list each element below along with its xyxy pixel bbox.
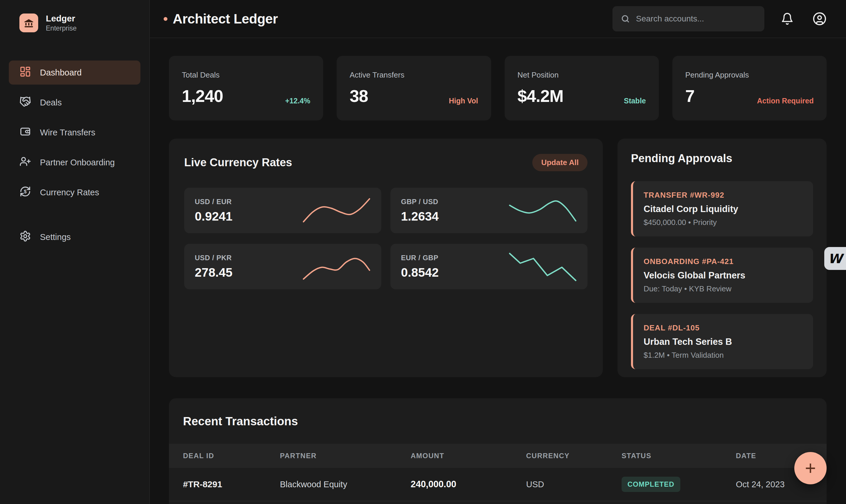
pending-approvals-panel: Pending Approvals TRANSFER #WR-992 Citad…	[617, 139, 827, 377]
sparkline-chart	[510, 252, 576, 281]
stat-badge: Action Required	[757, 97, 814, 105]
title-dot	[164, 17, 167, 21]
brand-text: Ledger Enterprise	[46, 14, 77, 32]
sidebar-item-label: Settings	[40, 232, 71, 242]
transactions-title: Recent Transactions	[169, 415, 827, 428]
approval-meta: Due: Today • KYB Review	[644, 284, 803, 293]
rate-pair: USD / EUR	[195, 198, 232, 206]
search-input[interactable]	[636, 14, 756, 23]
sidebar-item-deals[interactable]: Deals	[9, 90, 140, 114]
sidebar-item-wire-transfers[interactable]: Wire Transfers	[9, 121, 140, 144]
column-header-status: STATUS	[622, 452, 736, 460]
main-area: Architect Ledger Total Deals 1,24	[150, 0, 846, 504]
sidebar-item-label: Currency Rates	[40, 188, 99, 197]
stat-label: Net Position	[518, 71, 646, 79]
stat-card-net-position: Net Position $4.2M Stable	[505, 56, 659, 121]
stat-label: Pending Approvals	[685, 71, 814, 79]
rate-card-usd-pkr: USD / PKR 278.45	[184, 244, 381, 289]
currency-rates-panel: Live Currency Rates Update All USD / EUR…	[169, 139, 603, 377]
approval-tag: ONBOARDING #PA-421	[644, 257, 803, 266]
column-header-deal-id: DEAL ID	[183, 452, 280, 460]
approval-card-transfer[interactable]: TRANSFER #WR-992 Citadel Corp Liquidity …	[631, 181, 813, 236]
dashboard-icon	[19, 66, 31, 79]
side-widget-tab[interactable]: W	[824, 247, 846, 270]
search-icon	[621, 14, 630, 23]
column-header-amount: AMOUNT	[411, 452, 526, 460]
sidebar-item-label: Deals	[40, 98, 62, 108]
cell-amount: 240,000.00	[411, 479, 526, 490]
profile-button[interactable]	[812, 12, 827, 26]
content: Total Deals 1,240 +12.4% Active Transfer…	[150, 38, 846, 504]
update-all-button[interactable]: Update All	[532, 154, 588, 171]
add-button[interactable]: +	[794, 452, 827, 484]
svg-text:$: $	[24, 188, 27, 194]
sidebar-item-label: Dashboard	[40, 68, 82, 77]
stat-badge: Stable	[624, 97, 646, 105]
stat-card-total-deals: Total Deals 1,240 +12.4%	[169, 56, 323, 121]
sparkline-chart	[303, 196, 370, 225]
stat-badge: High Vol	[449, 97, 478, 105]
sidebar-nav: Dashboard Deals Wire Transfers Partner O…	[9, 60, 140, 249]
wallet-icon	[19, 126, 31, 140]
transactions-header-row: DEAL ID PARTNER AMOUNT CURRENCY STATUS D…	[169, 444, 827, 468]
currency-panel-header: Live Currency Rates Update All	[184, 154, 588, 171]
sparkline-chart	[510, 196, 576, 225]
notifications-button[interactable]	[781, 12, 794, 25]
bank-icon	[19, 14, 38, 32]
approval-tag: DEAL #DL-105	[644, 323, 803, 332]
approval-name: Urban Tech Series B	[644, 337, 803, 347]
sidebar-item-dashboard[interactable]: Dashboard	[9, 60, 140, 85]
cell-partner: Blackwood Equity	[280, 480, 411, 489]
rate-text: GBP / USD 1.2634	[401, 198, 438, 223]
approval-name: Velocis Global Partners	[644, 270, 803, 281]
rate-value: 0.9241	[195, 210, 232, 223]
currency-panel-title: Live Currency Rates	[184, 156, 292, 169]
stat-label: Total Deals	[182, 71, 310, 79]
approval-card-deal[interactable]: DEAL #DL-105 Urban Tech Series B $1.2M •…	[631, 314, 813, 369]
app-root: Ledger Enterprise Dashboard Deals Wire T…	[0, 0, 846, 504]
rate-text: EUR / GBP 0.8542	[401, 254, 438, 280]
rate-card-eur-gbp: EUR / GBP 0.8542	[390, 244, 588, 289]
rate-card-usd-eur: USD / EUR 0.9241	[184, 188, 381, 233]
sidebar: Ledger Enterprise Dashboard Deals Wire T…	[0, 0, 150, 504]
recent-transactions-panel: Recent Transactions DEAL ID PARTNER AMOU…	[169, 398, 827, 504]
rate-value: 278.45	[195, 266, 232, 280]
approval-name: Citadel Corp Liquidity	[644, 204, 803, 214]
handshake-icon	[19, 96, 31, 110]
rate-text: USD / PKR 278.45	[195, 254, 232, 280]
sidebar-item-label: Wire Transfers	[40, 128, 95, 138]
stat-label: Active Transfers	[349, 71, 478, 79]
topbar: Architect Ledger	[150, 0, 846, 38]
rate-pair: USD / PKR	[195, 254, 232, 262]
sidebar-item-currency-rates[interactable]: $ Currency Rates	[9, 180, 140, 204]
user-avatar-icon	[812, 12, 827, 26]
sidebar-item-partner-onboarding[interactable]: Partner Onboarding	[9, 150, 140, 175]
approval-meta: $1.2M • Term Validation	[644, 351, 803, 360]
status-badge: COMPLETED	[622, 477, 680, 492]
brand-logo: Ledger Enterprise	[9, 14, 140, 32]
cell-status: COMPLETED	[622, 477, 736, 492]
sidebar-item-settings[interactable]: Settings	[9, 225, 140, 249]
stat-card-active-transfers: Active Transfers 38 High Vol	[337, 56, 491, 121]
topbar-actions	[612, 6, 827, 32]
approval-card-onboarding[interactable]: ONBOARDING #PA-421 Velocis Global Partne…	[631, 248, 813, 303]
rates-grid: USD / EUR 0.9241 GBP / USD 1.2634	[184, 188, 588, 289]
rate-pair: EUR / GBP	[401, 254, 438, 262]
approval-meta: $450,000.00 • Priority	[644, 218, 803, 227]
sparkline-chart	[303, 252, 370, 281]
rate-card-gbp-usd: GBP / USD 1.2634	[390, 188, 588, 233]
stat-badge: +12.4%	[285, 97, 310, 105]
currency-exchange-icon: $	[19, 186, 31, 199]
rate-value: 0.8542	[401, 266, 438, 280]
rate-text: USD / EUR 0.9241	[195, 198, 232, 223]
bell-icon	[781, 12, 794, 25]
search-box	[612, 6, 764, 32]
stats-row: Total Deals 1,240 +12.4% Active Transfer…	[169, 56, 827, 121]
gear-icon	[19, 230, 31, 244]
table-row[interactable]: #TR-8291 Blackwood Equity 240,000.00 USD…	[169, 468, 827, 501]
rate-pair: GBP / USD	[401, 198, 438, 206]
column-header-currency: CURRENCY	[526, 452, 622, 460]
brand-subtitle: Enterprise	[46, 24, 77, 32]
cell-currency: USD	[526, 480, 622, 489]
brand-name: Ledger	[46, 14, 77, 23]
